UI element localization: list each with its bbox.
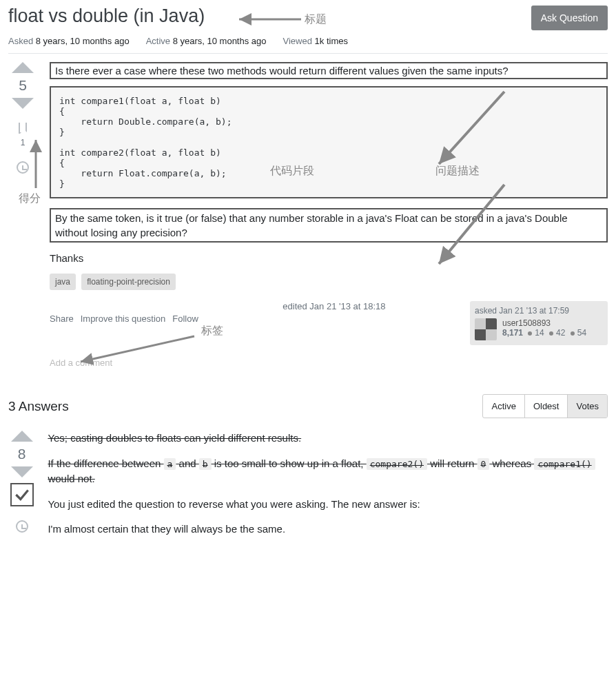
question-thanks: Thanks	[50, 252, 608, 264]
answer-history-icon[interactable]	[16, 520, 28, 533]
code-block: int compare1(float a, float b) { return …	[50, 86, 608, 198]
ask-question-button[interactable]: Ask Question	[531, 6, 608, 30]
question-meta: Asked 8 years, 10 months ago Active 8 ye…	[8, 36, 608, 54]
answers-heading: 3 Answers	[8, 399, 69, 414]
tags-list: java floating-point-precision	[50, 274, 608, 290]
answer-body: Yes; casting doubles to floats can yield…	[48, 431, 608, 547]
upvote-button[interactable]	[12, 62, 34, 73]
edited-info: edited Jan 21 '13 at 18:18	[283, 301, 385, 311]
question-score: 5	[19, 77, 27, 94]
bookmark-icon[interactable]	[19, 123, 27, 134]
question-followup: By the same token, is it true (or false)…	[50, 208, 608, 243]
tag-java[interactable]: java	[50, 274, 76, 290]
improve-link[interactable]: Improve this question	[81, 313, 166, 324]
answer-downvote[interactable]	[11, 466, 33, 477]
question-intro: Is there ever a case where these two met…	[50, 62, 608, 79]
follow-link[interactable]: Follow	[172, 313, 198, 324]
answer-score: 8	[18, 446, 26, 462]
author-card: asked Jan 21 '13 at 17:59 user1508893 8,…	[470, 301, 608, 345]
bookmark-count: 1	[21, 138, 25, 147]
sort-votes[interactable]: Votes	[567, 395, 607, 418]
accepted-check-icon	[10, 483, 34, 506]
history-icon[interactable]	[17, 161, 29, 174]
share-link[interactable]: Share	[50, 313, 74, 324]
question-title: float vs double (in Java)	[8, 6, 205, 27]
avatar-icon	[475, 318, 497, 340]
sort-tabs: Active Oldest Votes	[482, 394, 608, 418]
sort-active[interactable]: Active	[483, 395, 524, 418]
add-comment-link[interactable]: Add a comment	[50, 358, 608, 368]
tag-fpp[interactable]: floating-point-precision	[81, 274, 176, 290]
answer-upvote[interactable]	[11, 431, 33, 442]
downvote-button[interactable]	[12, 98, 34, 109]
sort-oldest[interactable]: Oldest	[524, 395, 568, 418]
